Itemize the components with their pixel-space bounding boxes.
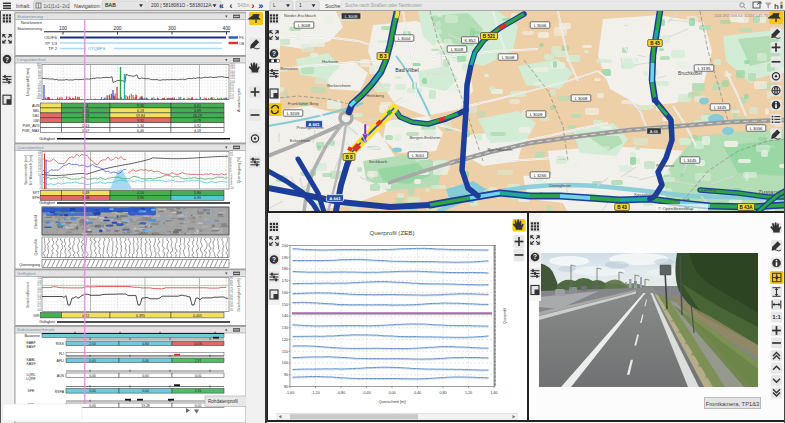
svg-text:L 3009: L 3009 bbox=[530, 112, 543, 117]
svg-text:Heilsberg: Heilsberg bbox=[366, 93, 384, 98]
svg-text:TP 2: TP 2 bbox=[48, 46, 57, 51]
svg-text:180: 180 bbox=[282, 267, 288, 271]
svg-text:Querneigung [%]: Querneigung [%] bbox=[237, 157, 241, 183]
svg-text:Suche:: Suche: bbox=[325, 3, 342, 9]
svg-text:0,43: 0,43 bbox=[82, 124, 89, 128]
svg-text:4,10: 4,10 bbox=[137, 191, 144, 195]
svg-text:OTQBFS: OTQBFS bbox=[88, 46, 105, 51]
svg-text:26,19: 26,19 bbox=[193, 114, 202, 118]
svg-text:Bauweise: Bauweise bbox=[24, 334, 40, 338]
svg-text:B 3: B 3 bbox=[379, 54, 387, 59]
svg-text:Gültigkeit: Gültigkeit bbox=[39, 201, 56, 205]
svg-text:5,80: 5,80 bbox=[194, 191, 201, 195]
svg-text:L 3445: L 3445 bbox=[684, 158, 697, 163]
svg-text:L 3008: L 3008 bbox=[451, 47, 464, 52]
svg-text:Längsebenheit: Längsebenheit bbox=[17, 57, 47, 62]
svg-text:0,00: 0,00 bbox=[89, 389, 96, 393]
svg-text:L 3008: L 3008 bbox=[345, 14, 358, 19]
svg-text:L 3006: L 3006 bbox=[534, 23, 547, 28]
svg-text:Ebenbild: Ebenbild bbox=[34, 215, 38, 228]
svg-text:?: ? bbox=[533, 253, 537, 260]
svg-text:Preungesheim: Preungesheim bbox=[296, 125, 324, 130]
svg-text:B 43A: B 43A bbox=[739, 205, 753, 210]
svg-text:2,00: 2,00 bbox=[89, 342, 96, 346]
svg-text:300: 300 bbox=[168, 26, 176, 31]
svg-text:Bornheim: Bornheim bbox=[321, 194, 339, 199]
svg-text:3,89: 3,89 bbox=[194, 109, 201, 113]
svg-text:Griffigkeit: Griffigkeit bbox=[17, 271, 36, 276]
svg-text:1,20: 1,20 bbox=[465, 391, 472, 395]
svg-text:9,36: 9,36 bbox=[137, 104, 144, 108]
svg-text:170: 170 bbox=[282, 279, 288, 283]
svg-text:0,80: 0,80 bbox=[439, 391, 446, 395]
svg-text:Bergen-Enkheim: Bergen-Enkheim bbox=[409, 135, 441, 140]
svg-text:L 3001: L 3001 bbox=[412, 153, 425, 158]
svg-text:Bruchköbel: Bruchköbel bbox=[678, 71, 702, 76]
svg-text:-1,60: -1,60 bbox=[286, 391, 294, 395]
svg-text:19,28: 19,28 bbox=[141, 404, 150, 408]
svg-text:L: L bbox=[273, 2, 276, 8]
svg-text:0,00: 0,00 bbox=[388, 391, 395, 395]
svg-text:DBL: DBL bbox=[33, 114, 40, 118]
svg-text:0,395: 0,395 bbox=[136, 314, 145, 318]
svg-text:AUS: AUS bbox=[57, 374, 65, 378]
svg-text:TP 1/3: TP 1/3 bbox=[45, 41, 58, 46]
svg-text:2,31: 2,31 bbox=[195, 359, 202, 363]
svg-text:2,61: 2,61 bbox=[82, 119, 89, 123]
svg-text:0,4: 0,4 bbox=[37, 294, 41, 298]
svg-text:SBL: SBL bbox=[33, 109, 40, 113]
svg-text:AUN: AUN bbox=[32, 104, 40, 108]
svg-text:100: 100 bbox=[59, 26, 67, 31]
svg-text:200: 200 bbox=[113, 26, 121, 31]
svg-text:Querprofil: Querprofil bbox=[503, 308, 507, 324]
svg-text:Querebenheit: Querebenheit bbox=[17, 145, 44, 150]
svg-text:LQRL: LQRL bbox=[26, 373, 35, 377]
svg-text:Spurrinnentiefe [mm]: Spurrinnentiefe [mm] bbox=[24, 155, 28, 185]
svg-text:KASF: KASF bbox=[26, 362, 35, 366]
svg-text:0,0: 0,0 bbox=[230, 96, 234, 100]
svg-text:4,18: 4,18 bbox=[194, 129, 201, 133]
svg-text:FLI: FLI bbox=[59, 352, 64, 356]
svg-text:1,34: 1,34 bbox=[137, 124, 144, 128]
svg-text:0,92: 0,92 bbox=[194, 124, 201, 128]
svg-text:6,61: 6,61 bbox=[194, 104, 201, 108]
svg-text:L 3266: L 3266 bbox=[534, 173, 547, 178]
svg-text:0,00: 0,00 bbox=[89, 404, 96, 408]
svg-text:0,0: 0,0 bbox=[37, 308, 41, 312]
svg-text:190: 190 bbox=[282, 256, 288, 260]
svg-text:Querprofile: Querprofile bbox=[34, 239, 38, 256]
svg-text:200: 200 bbox=[282, 244, 288, 248]
svg-text:RISS: RISS bbox=[56, 342, 65, 346]
svg-text:EASF: EASF bbox=[26, 345, 35, 349]
svg-text:B 43: B 43 bbox=[617, 205, 627, 210]
svg-text:Frontkamera, TP1&3: Frontkamera, TP1&3 bbox=[706, 401, 760, 407]
svg-text:0,84: 0,84 bbox=[142, 342, 149, 346]
svg-text:K 852: K 852 bbox=[465, 38, 477, 43]
svg-text:fikt. Wassertiefe [mm]: fikt. Wassertiefe [mm] bbox=[29, 155, 33, 186]
svg-text:Harheim: Harheim bbox=[322, 59, 338, 64]
svg-text:0,79: 0,79 bbox=[194, 119, 201, 123]
svg-text:Lamboy: Lamboy bbox=[702, 187, 718, 192]
svg-text:0,00: 0,00 bbox=[89, 374, 96, 378]
svg-text:L 3008: L 3008 bbox=[502, 55, 515, 60]
svg-text:80: 80 bbox=[284, 385, 288, 389]
svg-text:Stationierung: Stationierung bbox=[17, 14, 43, 19]
svg-text:SFE: SFE bbox=[28, 389, 35, 393]
svg-text:Eckenheim: Eckenheim bbox=[290, 138, 311, 143]
svg-text:0,2: 0,2 bbox=[37, 301, 41, 305]
svg-text:EABF: EABF bbox=[26, 341, 35, 345]
svg-text:L 3056: L 3056 bbox=[750, 126, 763, 131]
svg-text:RSFA: RSFA bbox=[55, 390, 65, 394]
svg-text:-10: -10 bbox=[230, 186, 234, 190]
svg-text:Zustand: Zustand bbox=[758, 188, 781, 195]
svg-text:Frankfurter Berg: Frankfurter Berg bbox=[288, 101, 319, 106]
svg-text:1,08: 1,08 bbox=[82, 196, 89, 200]
svg-text:0,00: 0,00 bbox=[142, 359, 149, 363]
svg-text:Gültigkeit: Gültigkeit bbox=[39, 137, 56, 141]
svg-text:400: 400 bbox=[222, 26, 230, 31]
svg-text:0,00: 0,00 bbox=[195, 404, 202, 408]
svg-text:Dörnigheim: Dörnigheim bbox=[549, 183, 571, 188]
svg-text:Kesselstadt: Kesselstadt bbox=[634, 192, 656, 197]
svg-text:Suche nach Straßen oder Netzkn: Suche nach Straßen oder Netzknoten bbox=[345, 3, 422, 8]
svg-text:0,405: 0,405 bbox=[193, 314, 202, 318]
